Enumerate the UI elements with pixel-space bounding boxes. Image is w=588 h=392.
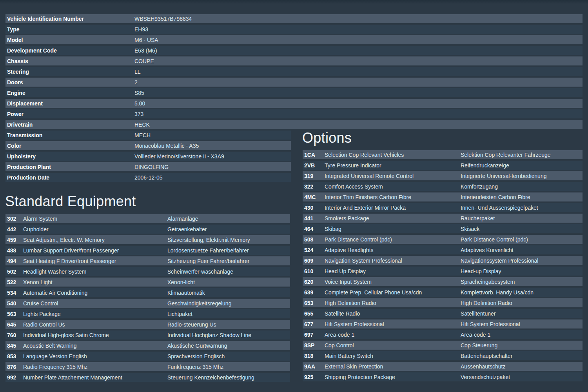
standard-equipment-table: 302Alarm SystemAlarmanlage442CupholderGe…	[5, 214, 290, 383]
equipment-row: 992Number Plate Attachement ManagementSt…	[5, 373, 290, 382]
vehicle-field-value: Monacoblau Metallic - A35	[134, 143, 291, 149]
option-code: 610	[303, 268, 325, 274]
vehicle-info-row: SteeringLL	[5, 67, 583, 76]
equipment-row: 845Acoustic Belt WarningAkustische Gurtw…	[5, 341, 290, 350]
option-name-en: Cop Control	[325, 342, 461, 348]
option-name-en: Comfort Access System	[325, 183, 461, 190]
equipment-name-de: Getraenkehalter	[167, 226, 290, 232]
equipment-name-en: Cruise Control	[23, 300, 167, 307]
equipment-row: 442CupholderGetraenkehalter	[5, 225, 290, 234]
option-code: 620	[303, 279, 325, 285]
option-name-de: Park Distance Control (pdc)	[461, 236, 583, 243]
option-code: 1CA	[303, 152, 325, 158]
option-name-de: Raucherpaket	[461, 215, 583, 221]
option-name-de: Satellitentuner	[461, 310, 583, 317]
option-code: 655	[303, 310, 325, 317]
option-name-en: Satellite Radio	[325, 310, 461, 317]
option-name-en: Head Up Display	[325, 268, 461, 274]
vehicle-field-value: 2006-12-05	[134, 174, 291, 181]
option-name-en: Park Distance Control (pdc)	[325, 236, 461, 243]
option-name-de: Komfortzugang	[461, 183, 583, 190]
vehicle-field-value: DINGOLFING	[134, 164, 291, 170]
option-row: 524Adaptive HeadlightsAdaptives Kurvenli…	[303, 245, 583, 254]
vehicle-field-value: 2	[134, 79, 583, 85]
vehicle-field-value: WBSEH93517B798834	[134, 16, 583, 22]
option-code: 925	[303, 374, 325, 380]
option-code: 639	[303, 289, 325, 296]
equipment-name-de: Funkfrequenz 315 Mhz	[167, 364, 290, 370]
equipment-row: 494Seat Heating F Driver/front Passenger…	[5, 256, 290, 265]
vehicle-field-label: Upholstery	[5, 153, 134, 160]
equipment-name-de: Sitzheizung Fuer Fahrer/beifahrer	[167, 258, 290, 264]
option-name-de: Innen- Und Aussenspiegelpaket	[461, 205, 583, 211]
equipment-name-de: Individual Hochglanz Shadow Line	[167, 332, 290, 338]
equipment-code: 522	[5, 279, 23, 285]
vehicle-field-label: Doors	[5, 79, 134, 85]
equipment-name-en: Seat Adjustm., Electr. W. Memory	[23, 237, 167, 243]
option-name-en: External Skin Protection	[325, 363, 461, 370]
vehicle-field-label: Development Code	[5, 47, 134, 54]
vehicle-field-value: Vollleder Merino/silverstone Ii - X3A9	[134, 153, 291, 160]
vehicle-field-label: Displacement	[5, 100, 134, 107]
option-row: 319Integrated Universal Remote ControlIn…	[303, 171, 583, 180]
vehicle-field-value: S85	[134, 90, 583, 96]
option-row: 677Hifi System ProfessionalHifi System P…	[303, 319, 583, 328]
option-code: 524	[303, 247, 325, 253]
option-name-de: Integrierte Universal-fernbedienung	[461, 173, 583, 179]
option-name-en: Interior And Exterior Mirror Packa	[325, 205, 461, 211]
option-name-en: Hifi System Professional	[325, 321, 461, 327]
equipment-name-en: Lights Package	[23, 311, 167, 317]
option-row: 9AAExternal Skin ProtectionAussenhautsch…	[303, 362, 583, 371]
equipment-row: 459Seat Adjustm., Electr. W. MemorySitzv…	[5, 235, 290, 244]
option-name-en: Navigation System Professional	[325, 258, 461, 264]
equipment-code: 876	[5, 364, 23, 370]
vehicle-field-label: Model	[5, 37, 134, 43]
vehicle-info-row: Displacement5.00	[5, 99, 583, 108]
equipment-name-en: Lumbar Support Driver/front Passenger	[23, 247, 167, 254]
option-code: 441	[303, 215, 325, 221]
vehicle-info-row: Power373	[5, 109, 583, 118]
option-code: 677	[303, 321, 325, 327]
option-name-en: Main Battery Switch	[325, 353, 461, 359]
vehicle-info-row: TypeEH93	[5, 25, 583, 34]
equipment-name-de: Radio-steuerung Us	[167, 321, 290, 328]
vehicle-info-row: Production Date2006-12-05	[5, 173, 291, 182]
vehicle-info-row: Development CodeE63 (M6)	[5, 46, 583, 55]
equipment-row: 522Xenon LightXenon-licht	[5, 278, 290, 287]
equipment-name-en: Radio Control Us	[23, 321, 167, 328]
equipment-name-de: Sprachversion Englisch	[167, 353, 290, 359]
option-row: 508Park Distance Control (pdc)Park Dista…	[303, 235, 583, 244]
vehicle-field-value: 373	[134, 111, 583, 117]
vehicle-field-value: EH93	[134, 26, 583, 33]
equipment-row: 645Radio Control UsRadio-steuerung Us	[5, 320, 290, 329]
equipment-name-en: Seat Heating F Driver/front Passenger	[23, 258, 167, 264]
option-name-de: Spracheingabesystem	[461, 279, 583, 285]
option-name-de: Area-code 1	[461, 332, 583, 338]
option-code: 818	[303, 353, 325, 359]
option-row: 653High Definition RadioHigh Definition …	[303, 298, 583, 307]
option-name-en: Interior Trim Finishers Carbon Fibre	[325, 194, 461, 200]
equipment-name-en: Language Version English	[23, 353, 167, 359]
option-code: 2VB	[303, 162, 325, 169]
equipment-name-en: Number Plate Attachement Management	[23, 374, 167, 381]
vehicle-field-label: Transmission	[5, 132, 134, 138]
equipment-name-de: Scheinwerfer-waschanlage	[167, 269, 290, 275]
vehicle-info-row: EngineS85	[5, 88, 583, 97]
vehicle-info-row: ColorMonacoblau Metallic - A35	[5, 141, 291, 150]
option-row: 655Satellite RadioSatellitentuner	[303, 309, 583, 318]
option-name-en: Complete Prep. Cellular Phone Usa/cdn	[325, 289, 461, 296]
option-name-de: Versandschutzpaket	[461, 374, 583, 380]
vehicle-field-label: Engine	[5, 90, 134, 96]
vehicle-info-row: Production PlantDINGOLFING	[5, 162, 291, 171]
option-row: 925Shipping Protection PackageVersandsch…	[303, 372, 583, 381]
equipment-code: 302	[5, 216, 23, 222]
option-name-en: Integrated Universal Remote Control	[325, 173, 461, 179]
option-row: 697Area-code 1Area-code 1	[303, 330, 583, 339]
vehicle-field-label: Production Date	[5, 174, 134, 181]
option-name-de: Batteriehauptschalter	[461, 353, 583, 359]
vehicle-field-value: M6 - USA	[134, 37, 583, 43]
equipment-code: 845	[5, 343, 23, 349]
equipment-row: 540Cruise ControlGeschwindigkeitsregelun…	[5, 299, 290, 308]
option-row: 322Comfort Access SystemKomfortzugang	[303, 182, 583, 191]
option-name-en: Selection Cop Relevant Vehicles	[325, 152, 461, 158]
